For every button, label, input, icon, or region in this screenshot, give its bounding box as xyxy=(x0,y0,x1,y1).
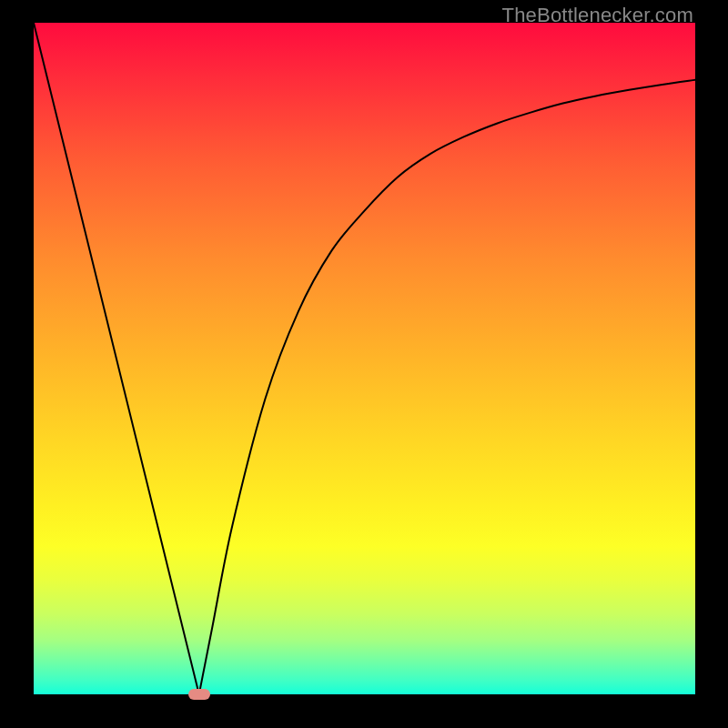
chart-frame: TheBottlenecker.com xyxy=(0,0,728,728)
bottleneck-curve xyxy=(34,23,695,694)
curve-right-branch xyxy=(199,80,695,694)
curve-left-branch xyxy=(34,23,199,694)
optimal-point-marker xyxy=(188,689,210,700)
plot-area xyxy=(34,23,695,694)
